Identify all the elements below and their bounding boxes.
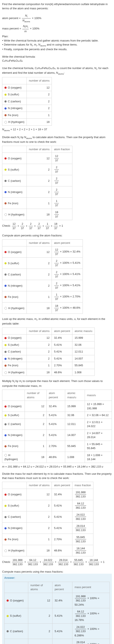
element-dot-icon	[5, 527, 7, 530]
table-row: N (nitrogen)25.41%14.007	[2, 355, 95, 362]
table-row: C (carbon)2237 × 100% = 5.41%	[2, 269, 83, 280]
element-dot-icon	[5, 371, 7, 374]
table-row: Fe (iron)1137 × 100% = 2.70%	[2, 291, 83, 302]
count-atoms-section: Use the chemical formula, C₂H₁₈FeN₂O₁₂S₂…	[2, 66, 112, 132]
atom-count-table: number of atoms O (oxygen)12S (sulfur)2C…	[2, 77, 52, 126]
table-row: H (hydrogen)181837 × 100% = 48.6%	[2, 302, 83, 314]
table-row: O (oxygen)121237 × 100% = 32.4%	[2, 246, 83, 258]
table-row: S (sulfur)25.41%32.06	[2, 341, 95, 348]
table-row: N (nitrogen)25.41%28.014382.133	[2, 522, 93, 534]
element-dot-icon	[5, 87, 7, 89]
element-dot-icon	[5, 505, 7, 507]
atom-percent-table: number of atomsatom percent O (oxygen)12…	[2, 240, 83, 314]
element-dot-icon	[7, 600, 9, 602]
element-dot-icon	[7, 630, 9, 632]
table-row: N (nitrogen)2237 × 100% = 5.41%	[2, 280, 83, 291]
element-dot-icon	[5, 307, 7, 310]
atom-percent-formula: atom percent = NiNatoms × 100%	[2, 14, 112, 23]
element-dot-icon	[5, 251, 7, 253]
table-row: H (hydrogen)1848.6%1.008	[2, 369, 95, 376]
table-row: H (hydrogen)1848.6%1.00818 × 1.008 = 18.…	[2, 452, 112, 463]
table-row: C (carbon)25.41%12.011	[2, 348, 95, 355]
atom-fraction-table: number of atomsatom fraction O (oxygen)1…	[2, 146, 72, 220]
title-text: Find the elemental composition for iron(…	[2, 2, 112, 10]
table-row: N (nitrogen)2	[2, 105, 52, 112]
table-row: C (carbon)2237	[2, 175, 72, 186]
element-dot-icon	[5, 454, 7, 456]
table-row: S (sulfur)2	[2, 91, 52, 98]
table-row: O (oxygen)1232.4%15.999	[2, 334, 95, 342]
table-row: O (oxygen)1232.4%191.988382.133	[2, 489, 93, 500]
mass-percent-section: Compute mass percents using the mass fra…	[2, 570, 112, 644]
table-row: C (carbon)25.41%24.022382.133 × 100% = 6…	[5, 624, 110, 639]
table-row: H (hydrogen)181837	[2, 209, 72, 220]
table-row: Fe (iron)12.70%55.845382.133	[2, 534, 93, 545]
atom-fraction-section: Divide each Ni by Natoms to calculate at…	[2, 135, 112, 230]
element-dot-icon	[5, 158, 7, 160]
mass-u-table: number of atomsatom percentatomic mass/u…	[2, 390, 112, 463]
element-dot-icon	[5, 337, 7, 339]
table-row: O (oxygen)12	[2, 84, 52, 91]
element-dot-icon	[5, 100, 7, 102]
atomic-mass-section: Look up the atomic mass, mi, in unified …	[2, 317, 112, 376]
mass-percent-table: number of atomsatom percentmass percent …	[4, 582, 110, 644]
element-dot-icon	[5, 414, 7, 416]
table-row: O (oxygen)121237	[2, 153, 72, 164]
element-dot-icon	[5, 538, 7, 540]
element-dot-icon	[5, 94, 7, 96]
element-dot-icon	[5, 445, 7, 448]
table-row: S (sulfur)25.41%32.062 × 32.06 = 64.12	[2, 412, 112, 419]
element-dot-icon	[5, 364, 7, 367]
mass-fraction-section: Divide the mass for each element by m to…	[2, 472, 112, 566]
element-dot-icon	[5, 285, 7, 287]
table-row: Fe (iron)1137	[2, 198, 72, 209]
element-dot-icon	[5, 213, 7, 216]
element-dot-icon	[5, 114, 7, 116]
table-row: S (sulfur)25.41%64.12382.133	[2, 500, 93, 511]
element-dot-icon	[5, 169, 7, 171]
element-dot-icon	[5, 262, 7, 264]
table-row: C (carbon)25.41%24.022382.133	[2, 511, 93, 522]
atom-percent-section: Compute atom percents using the atom fra…	[2, 234, 112, 314]
element-dot-icon	[5, 344, 7, 346]
table-row: N (nitrogen)2237	[2, 186, 72, 198]
element-dot-icon	[5, 108, 7, 110]
element-dot-icon	[5, 516, 7, 518]
element-dot-icon	[5, 434, 7, 436]
table-row: S (sulfur)2237	[2, 164, 72, 175]
table-row: S (sulfur)25.41%64.12382.133 × 100% = 16…	[5, 608, 110, 624]
element-dot-icon	[5, 274, 7, 276]
element-dot-icon	[5, 191, 7, 193]
element-dot-icon	[5, 121, 7, 124]
answer-box: Answer: number of atomsatom percentmass …	[2, 574, 112, 644]
table-row: S (sulfur)2237 × 100% = 5.41%	[2, 258, 83, 269]
write-formula-section: Write the chemical formula: C₂H₁₈FeN₂O₁₂…	[2, 55, 112, 63]
table-row: C (carbon)2	[2, 98, 52, 105]
table-row: Fe (iron)12.70%55.8451 × 55.845 = 55.845	[2, 441, 112, 452]
element-dot-icon	[5, 180, 7, 182]
table-row: N (nitrogen)25.41%28.014382.133 × 100% =…	[5, 639, 110, 644]
atomic-mass-table: number of atomsatom percentatomic mass/u…	[2, 328, 95, 376]
element-dot-icon	[5, 494, 7, 496]
table-row: Fe (iron)12.70%55.845	[2, 362, 95, 369]
table-row: O (oxygen)1232.4%15.99912 × 15.999 = 191…	[2, 401, 112, 412]
table-row: H (hydrogen)1848.6%18.144382.133	[2, 545, 93, 556]
table-row: C (carbon)25.41%12.0112 × 12.011 = 24.02…	[2, 418, 112, 430]
element-dot-icon	[7, 615, 9, 617]
mass-percent-formula: mass percent = Nimim × 100%	[2, 24, 112, 33]
mass-fraction-table: number of atomsatom percentmass fraction…	[2, 482, 93, 556]
table-row: N (nitrogen)25.41%14.0072 × 14.007 = 28.…	[2, 430, 112, 441]
plan-section: Plan: • Write the chemical formula and g…	[2, 34, 112, 52]
table-row: Fe (iron)1	[2, 112, 52, 119]
mass-u-section: Multiply Ni by mi to compute the mass fo…	[2, 379, 112, 468]
table-row: O (oxygen)1232.4%191.988382.133 × 100% =…	[5, 593, 110, 608]
table-row: H (hydrogen)18	[2, 119, 52, 126]
element-dot-icon	[5, 202, 7, 204]
element-dot-icon	[5, 296, 7, 298]
element-dot-icon	[5, 351, 7, 353]
element-dot-icon	[5, 550, 7, 552]
element-dot-icon	[5, 358, 7, 360]
element-dot-icon	[5, 423, 7, 426]
element-dot-icon	[5, 406, 7, 408]
